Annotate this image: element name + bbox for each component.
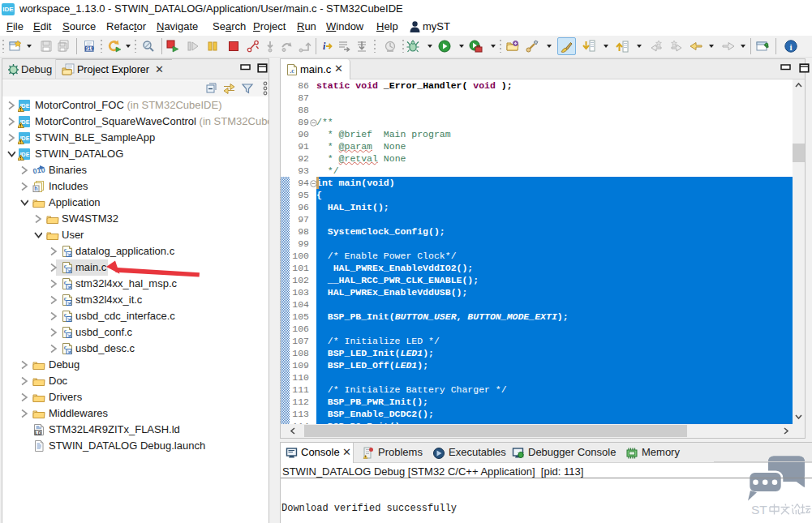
svg-text:i: i bbox=[323, 41, 326, 52]
svg-text:h: h bbox=[34, 186, 37, 191]
svg-text:.c: .c bbox=[290, 67, 294, 75]
svg-text:i: i bbox=[789, 42, 792, 52]
svg-text:LD: LD bbox=[35, 431, 41, 435]
